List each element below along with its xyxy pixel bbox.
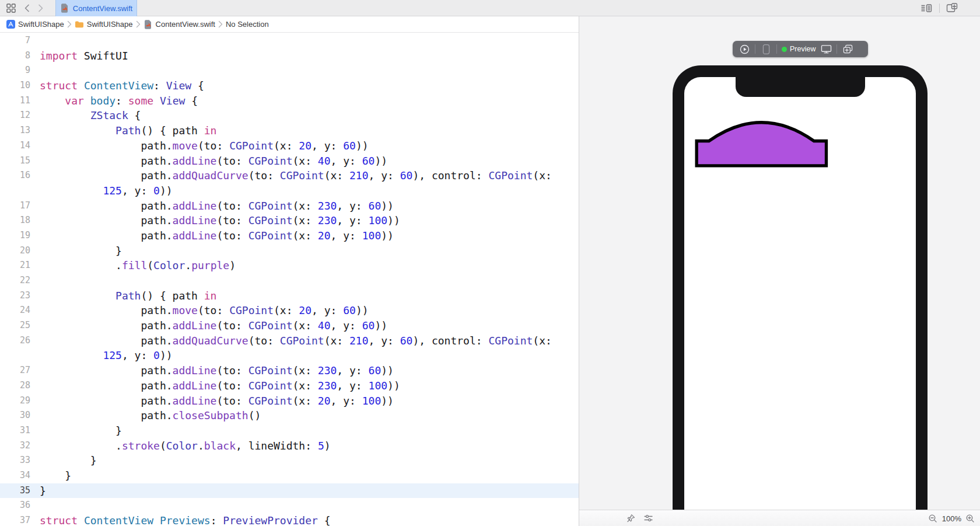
code-text: path.addQuadCurve(to: CGPoint(x: 210, y:… bbox=[30, 333, 552, 349]
line-number: 7 bbox=[0, 33, 30, 48]
duplicate-preview-button[interactable] bbox=[842, 43, 853, 55]
code-text: struct ContentView_Previews: PreviewProv… bbox=[30, 513, 331, 526]
code-editor[interactable]: 78import SwiftUI910struct ContentView: V… bbox=[0, 33, 579, 526]
editor-arrange-button[interactable] bbox=[921, 3, 932, 13]
line-number: 28 bbox=[0, 378, 30, 393]
preview-shape-fill bbox=[696, 123, 826, 166]
line-number bbox=[0, 348, 30, 363]
line-number: 32 bbox=[0, 438, 30, 454]
line-number: 10 bbox=[0, 78, 30, 93]
swift-file-icon bbox=[144, 20, 153, 29]
forward-button[interactable] bbox=[35, 3, 46, 13]
code-text: path.addLine(to: CGPoint(x: 20, y: 100)) bbox=[30, 228, 394, 243]
zoom-in-button[interactable] bbox=[965, 514, 975, 524]
code-line: 29 path.addLine(to: CGPoint(x: 20, y: 10… bbox=[0, 393, 579, 409]
breadcrumb-item[interactable]: SwiftUIShape bbox=[75, 20, 133, 29]
code-line: 23 Path() { path in bbox=[0, 288, 579, 304]
breadcrumb-chevron-icon bbox=[218, 20, 223, 28]
code-line: 18 path.addLine(to: CGPoint(x: 230, y: 1… bbox=[0, 213, 579, 228]
code-line: 28 path.addLine(to: CGPoint(x: 230, y: 1… bbox=[0, 378, 579, 393]
line-number: 13 bbox=[0, 123, 30, 138]
code-text: path.addLine(to: CGPoint(x: 230, y: 100)… bbox=[30, 378, 400, 393]
line-number: 15 bbox=[0, 154, 30, 169]
back-button[interactable] bbox=[22, 3, 33, 13]
preview-on-device-button[interactable] bbox=[820, 43, 832, 55]
line-number bbox=[0, 183, 30, 198]
code-line: 125, y: 0)) bbox=[0, 348, 579, 363]
code-text: path.addLine(to: CGPoint(x: 40, y: 60)) bbox=[30, 154, 387, 169]
code-text: path.addLine(to: CGPoint(x: 230, y: 60)) bbox=[30, 363, 394, 378]
code-text: .stroke(Color.black, lineWidth: 5) bbox=[30, 438, 331, 454]
preview-status-label: Preview bbox=[790, 45, 816, 53]
code-line: 34 } bbox=[0, 468, 579, 483]
breadcrumb-item-label: ContentView.swift bbox=[156, 20, 215, 29]
line-number: 21 bbox=[0, 258, 30, 273]
toolbar-divider bbox=[755, 44, 755, 54]
line-number: 33 bbox=[0, 453, 30, 468]
code-text: } bbox=[30, 423, 122, 438]
line-number: 19 bbox=[0, 228, 30, 243]
zoom-out-button[interactable] bbox=[928, 514, 938, 524]
grid-icon[interactable] bbox=[6, 3, 16, 13]
editor-options-button[interactable] bbox=[643, 513, 653, 523]
code-line: 8import SwiftUI bbox=[0, 48, 579, 64]
code-line: 32 .stroke(Color.black, lineWidth: 5) bbox=[0, 438, 579, 454]
line-number: 25 bbox=[0, 318, 30, 333]
code-line: 24 path.move(to: CGPoint(x: 20, y: 60)) bbox=[0, 303, 579, 318]
toolbar-divider bbox=[776, 44, 777, 54]
code-text: struct ContentView: View { bbox=[30, 78, 204, 93]
code-line: 31 } bbox=[0, 423, 579, 438]
line-number: 26 bbox=[0, 333, 30, 349]
breadcrumb-item[interactable]: SwiftUIShape bbox=[6, 20, 64, 29]
folder-icon bbox=[75, 20, 84, 29]
code-text: .fill(Color.purple) bbox=[30, 258, 236, 273]
code-line: 20 } bbox=[0, 243, 579, 259]
line-number: 20 bbox=[0, 243, 30, 259]
code-text bbox=[30, 33, 40, 48]
breadcrumb: SwiftUIShapeSwiftUIShapeContentView.swif… bbox=[6, 20, 269, 29]
line-number: 11 bbox=[0, 93, 30, 109]
line-number: 23 bbox=[0, 288, 30, 304]
breadcrumb-chevron-icon bbox=[67, 20, 72, 28]
code-line: 30 path.closeSubpath() bbox=[0, 408, 579, 423]
tab-contentview[interactable]: ContentView.swift bbox=[55, 0, 137, 16]
code-text: path.closeSubpath() bbox=[30, 408, 261, 423]
code-line: 37struct ContentView_Previews: PreviewPr… bbox=[0, 513, 579, 526]
add-editor-button[interactable] bbox=[946, 3, 958, 13]
pin-preview-button[interactable] bbox=[626, 513, 636, 523]
code-text: } bbox=[30, 483, 46, 499]
code-line: 17 path.addLine(to: CGPoint(x: 230, y: 6… bbox=[0, 198, 579, 214]
code-text: path.move(to: CGPoint(x: 20, y: 60)) bbox=[30, 303, 369, 318]
code-text: path.addQuadCurve(to: CGPoint(x: 210, y:… bbox=[30, 168, 552, 183]
code-line: 27 path.addLine(to: CGPoint(x: 230, y: 6… bbox=[0, 363, 579, 378]
breadcrumb-item[interactable]: ContentView.swift bbox=[144, 20, 215, 29]
breadcrumb-item[interactable]: No Selection bbox=[226, 20, 269, 29]
device-frame bbox=[673, 65, 928, 526]
device-preview-button[interactable] bbox=[760, 43, 772, 55]
code-text: 125, y: 0)) bbox=[30, 183, 173, 198]
line-number: 29 bbox=[0, 393, 30, 409]
code-line: 36 bbox=[0, 498, 579, 513]
line-number: 34 bbox=[0, 468, 30, 483]
app-icon bbox=[6, 20, 15, 29]
breadcrumb-chevron-icon bbox=[136, 20, 141, 28]
live-preview-play-button[interactable] bbox=[738, 43, 750, 55]
line-number: 31 bbox=[0, 423, 30, 438]
preview-toolbar: Preview bbox=[733, 41, 868, 57]
line-number: 16 bbox=[0, 168, 30, 183]
code-text: } bbox=[30, 243, 122, 259]
preview-shape bbox=[684, 104, 916, 172]
line-number: 17 bbox=[0, 198, 30, 214]
code-line: 22 bbox=[0, 273, 579, 288]
code-text: Path() { path in bbox=[30, 123, 216, 138]
code-line: 11 var body: some View { bbox=[0, 93, 579, 109]
swift-file-icon bbox=[60, 4, 69, 13]
zoom-level: 100% bbox=[942, 514, 961, 523]
jump-bar: SwiftUIShapeSwiftUIShapeContentView.swif… bbox=[0, 16, 579, 33]
line-number: 14 bbox=[0, 138, 30, 154]
line-number: 35 bbox=[0, 483, 30, 499]
code-text: } bbox=[30, 453, 97, 468]
code-line: 33 } bbox=[0, 453, 579, 468]
code-text: import SwiftUI bbox=[30, 48, 128, 64]
code-line: 7 bbox=[0, 33, 579, 48]
